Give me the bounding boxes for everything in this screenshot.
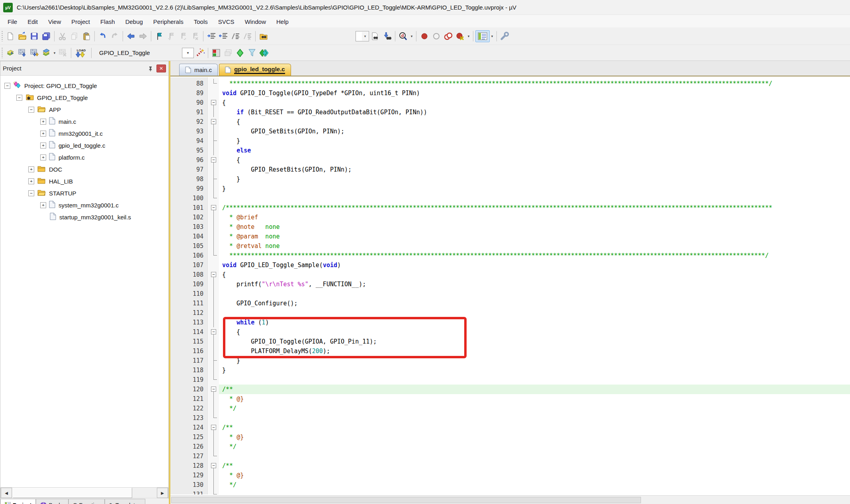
scroll-right-icon[interactable]: ▶	[157, 488, 168, 498]
code-area[interactable]: ****************************************…	[219, 77, 850, 494]
save-button[interactable]	[28, 30, 40, 42]
editor-horizontal-scrollbar[interactable]	[170, 495, 850, 504]
bottom-tab-books[interactable]: Books	[36, 499, 68, 504]
translate-file-button[interactable]	[4, 47, 16, 59]
paste-button[interactable]	[80, 30, 92, 42]
navigate-forward-button[interactable]	[137, 30, 149, 42]
collapse-icon[interactable]: −	[4, 83, 10, 89]
tree-item-startup-mm32g0001-keil-s[interactable]: startup_mm32g0001_keil.s	[0, 211, 168, 223]
new-file-button[interactable]	[4, 30, 16, 42]
fold-toggle-icon[interactable]: −	[211, 157, 216, 162]
windows-dropdown[interactable]: ▾	[490, 30, 494, 42]
pack-installer-button[interactable]	[258, 47, 270, 59]
manage-rte-button[interactable]	[210, 47, 222, 59]
expand-icon[interactable]: +	[28, 178, 34, 184]
collapse-icon[interactable]: −	[28, 190, 34, 196]
expand-icon[interactable]: +	[40, 131, 46, 137]
fold-toggle-icon[interactable]: −	[211, 272, 216, 277]
uncomment-selection-button[interactable]	[241, 30, 253, 42]
menu-view[interactable]: View	[43, 17, 66, 27]
menu-project[interactable]: Project	[66, 17, 95, 27]
undo-button[interactable]	[97, 30, 109, 42]
fold-toggle-icon[interactable]: −	[211, 387, 216, 392]
project-windows-button[interactable]	[475, 30, 490, 42]
toggle-bookmark-button[interactable]	[153, 30, 165, 42]
prev-bookmark-button[interactable]	[165, 30, 177, 42]
target-select[interactable]: GPIO_LED_Toggle	[94, 48, 180, 58]
tree-item-doc[interactable]: +DOC	[0, 163, 168, 175]
target-options-button[interactable]	[194, 47, 206, 59]
menu-window[interactable]: Window	[240, 17, 271, 27]
cut-button[interactable]	[57, 30, 68, 42]
tree-item-gpio-led-toggle[interactable]: −✱GPIO_LED_Toggle	[0, 92, 168, 104]
chevron-down-icon[interactable]: ▾	[362, 32, 368, 41]
kill-all-breakpoints-button[interactable]	[454, 30, 466, 42]
tree-item-mm32g0001-it-c[interactable]: +mm32g0001_it.c	[0, 127, 168, 139]
batch-build-dropdown[interactable]: ▾	[52, 47, 57, 59]
select-software-packs-button[interactable]	[246, 47, 258, 59]
tree-item-gpio-led-toggle-c[interactable]: +gpio_led_toggle.c	[0, 139, 168, 151]
rebuild-button[interactable]	[28, 47, 40, 59]
close-icon[interactable]: ✕	[156, 64, 166, 72]
target-select-dropdown[interactable]: ▾	[182, 48, 194, 58]
fold-toggle-icon[interactable]: −	[211, 329, 216, 334]
scroll-left-icon[interactable]: ◀	[1, 488, 12, 498]
run-time-environment-button[interactable]	[234, 47, 246, 59]
stop-build-button[interactable]	[57, 47, 69, 59]
find-in-files-button[interactable]	[258, 30, 270, 42]
clear-bookmarks-button[interactable]	[189, 30, 201, 42]
expand-icon[interactable]: +	[28, 166, 34, 172]
incremental-find-button[interactable]	[381, 30, 393, 42]
find-in-files-doc-button[interactable]	[369, 30, 381, 42]
redo-button[interactable]	[109, 30, 121, 42]
editor-tab-gpio_led_toggle.c[interactable]: gpio_led_toggle.c	[219, 64, 291, 76]
configure-button[interactable]	[499, 30, 511, 42]
tree-item-startup[interactable]: −STARTUP	[0, 187, 168, 199]
pin-icon[interactable]	[146, 64, 155, 73]
tree-item-platform-c[interactable]: +platform.c	[0, 151, 168, 163]
menu-tools[interactable]: Tools	[189, 17, 213, 27]
disable-all-breakpoints-button[interactable]	[442, 30, 454, 42]
collapse-icon[interactable]: −	[28, 107, 34, 113]
unindent-button[interactable]	[217, 30, 229, 42]
editor-tab-main.c[interactable]: main.c	[179, 64, 218, 76]
save-all-button[interactable]	[40, 30, 52, 42]
expand-icon[interactable]: +	[40, 143, 46, 148]
debug-dropdown[interactable]: ▾	[409, 30, 414, 42]
expand-icon[interactable]: +	[40, 202, 46, 208]
menu-flash[interactable]: Flash	[95, 17, 120, 27]
menu-help[interactable]: Help	[271, 17, 294, 27]
expand-icon[interactable]: +	[40, 154, 46, 160]
copy-button[interactable]	[68, 30, 80, 42]
tree-item-project-gpio-led-toggle[interactable]: −Project: GPIO_LED_Toggle	[0, 80, 168, 92]
tree-item-hal-lib[interactable]: +HAL_LIB	[0, 175, 168, 187]
fold-toggle-icon[interactable]: −	[211, 119, 216, 124]
menu-debug[interactable]: Debug	[120, 17, 148, 27]
comment-selection-button[interactable]	[229, 30, 241, 42]
tree-item-main-c[interactable]: +main.c	[0, 115, 168, 127]
next-bookmark-button[interactable]	[177, 30, 189, 42]
project-horizontal-scrollbar[interactable]: ◀ ▶	[0, 487, 168, 498]
bottom-tab-functio-[interactable]: {}Functio..	[68, 499, 105, 504]
menu-peripherals[interactable]: Peripherals	[148, 17, 189, 27]
tree-item-app[interactable]: −APP	[0, 104, 168, 115]
download-to-flash-button[interactable]: LOAD	[73, 47, 89, 59]
manage-project-items-button[interactable]	[222, 47, 234, 59]
bottom-tab-project[interactable]: Project	[0, 499, 36, 504]
build-button[interactable]	[16, 47, 28, 59]
fold-toggle-icon[interactable]: −	[211, 463, 216, 468]
expand-icon[interactable]: +	[40, 119, 46, 125]
breakpoint-dropdown[interactable]: ▾	[466, 30, 471, 42]
menu-file[interactable]: File	[2, 17, 22, 27]
search-input[interactable]: ▾	[356, 31, 369, 41]
scrollbar-thumb[interactable]	[171, 497, 641, 503]
toggle-breakpoint-button[interactable]	[418, 30, 430, 42]
fold-toggle-icon[interactable]: −	[211, 205, 216, 210]
tree-item-system-mm32g0001-c[interactable]: +system_mm32g0001.c	[0, 199, 168, 211]
open-file-button[interactable]	[16, 30, 28, 42]
batch-build-button[interactable]	[40, 47, 52, 59]
menu-svcs[interactable]: SVCS	[213, 17, 240, 27]
collapse-icon[interactable]: −	[16, 95, 22, 101]
scrollbar-thumb[interactable]	[13, 488, 132, 498]
fold-toggle-icon[interactable]: −	[211, 100, 216, 105]
